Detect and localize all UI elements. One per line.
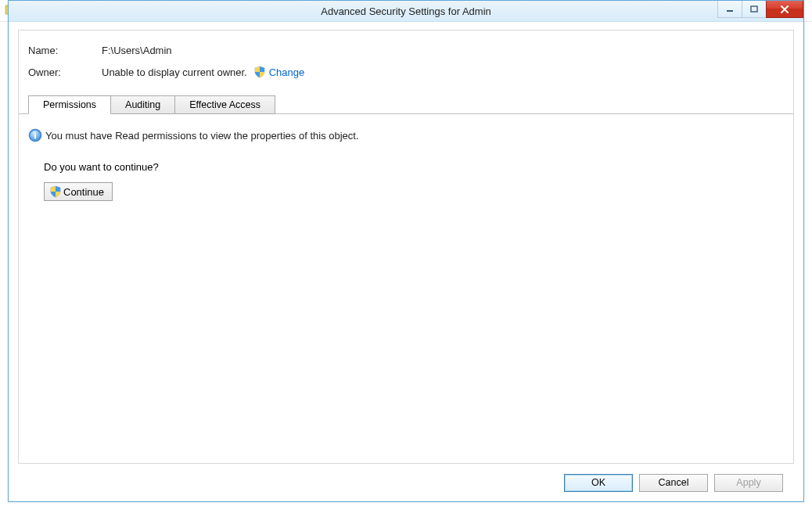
continue-label: Continue: [63, 186, 104, 198]
owner-change-action[interactable]: Change: [253, 66, 305, 78]
change-link[interactable]: Change: [269, 66, 305, 78]
owner-value: Unable to display current owner.: [102, 66, 247, 78]
svg-rect-0: [727, 10, 733, 12]
svg-rect-4: [34, 132, 36, 134]
shield-icon: [253, 66, 266, 78]
name-label: Name:: [28, 45, 102, 56]
continue-button[interactable]: Continue: [44, 182, 113, 201]
tab-auditing-label: Auditing: [125, 99, 160, 110]
window-controls: [718, 1, 803, 18]
tab-permissions-label: Permissions: [43, 99, 96, 110]
header-fields: Name: F:\Users\Admin Owner: Unable to di…: [19, 31, 793, 95]
tab-panel: You must have Read permissions to view t…: [19, 114, 793, 463]
titlebar[interactable]: Advanced Security Settings for Admin: [9, 1, 803, 22]
window-title: Advanced Security Settings for Admin: [321, 5, 491, 17]
tab-effective-access[interactable]: Effective Access: [174, 95, 275, 114]
name-value: F:\Users\Admin: [102, 45, 172, 56]
shield-icon: [49, 185, 62, 198]
dialog-footer: OK Cancel Apply: [18, 464, 794, 501]
inner-panel: Name: F:\Users\Admin Owner: Unable to di…: [18, 30, 794, 464]
ok-button[interactable]: OK: [564, 474, 633, 492]
cancel-button[interactable]: Cancel: [639, 474, 708, 492]
tab-effective-label: Effective Access: [189, 99, 260, 110]
svg-rect-1: [751, 6, 757, 12]
dialog-content: Name: F:\Users\Admin Owner: Unable to di…: [9, 22, 803, 501]
tab-permissions[interactable]: Permissions: [28, 95, 111, 114]
minimize-icon: [726, 5, 734, 13]
tab-auditing[interactable]: Auditing: [110, 95, 175, 114]
tab-strip: Permissions Auditing Effective Access: [19, 95, 793, 114]
close-button[interactable]: [766, 1, 803, 18]
prompt-text: Do you want to continue?: [44, 161, 784, 173]
info-message: You must have Read permissions to view t…: [45, 130, 359, 142]
info-icon: [28, 128, 42, 142]
apply-button: Apply: [714, 474, 783, 492]
minimize-button[interactable]: [717, 1, 742, 18]
svg-rect-5: [34, 135, 36, 139]
info-message-row: You must have Read permissions to view t…: [28, 128, 784, 142]
owner-label: Owner:: [28, 66, 102, 78]
dialog-window: Advanced Security Settings for Admin Nam…: [8, 0, 804, 502]
close-icon: [779, 5, 790, 14]
name-row: Name: F:\Users\Admin: [28, 45, 784, 56]
maximize-icon: [750, 5, 758, 13]
maximize-button[interactable]: [742, 1, 767, 18]
owner-row: Owner: Unable to display current owner.: [28, 66, 784, 78]
